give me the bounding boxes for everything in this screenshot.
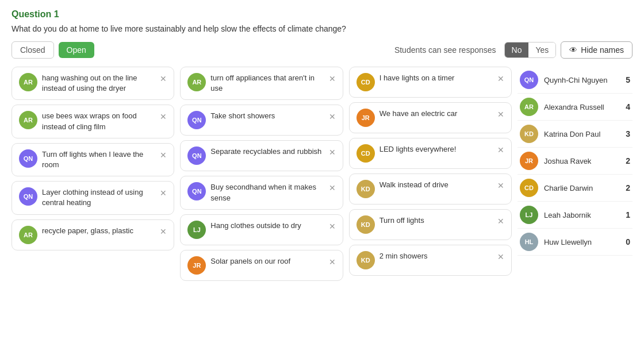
card-text: 2 min showers — [379, 251, 490, 261]
avatar: CD — [520, 179, 538, 197]
remove-icon[interactable]: ✕ — [160, 227, 167, 236]
card-text: Separate recyclables and rubbish — [210, 146, 321, 157]
response-card: LJ Hang clothes outside to dry ✕ — [180, 214, 343, 245]
card-text: I have lights on a timer — [379, 73, 490, 83]
remove-icon[interactable]: ✕ — [160, 151, 167, 160]
visibility-toggle[interactable]: No Yes — [504, 42, 557, 58]
response-card: KD Walk instead of drive ✕ — [349, 173, 512, 205]
open-button[interactable]: Open — [59, 42, 94, 58]
response-card: CD LED lights everywhere! ✕ — [349, 138, 512, 169]
response-card: KD Turn off lights ✕ — [349, 209, 512, 240]
card-text: turn off appliances that aren't in use — [210, 73, 321, 94]
leader-score: 3 — [626, 129, 630, 138]
card-text: Hang clothes outside to dry — [210, 221, 321, 231]
leader-score: 4 — [626, 102, 630, 111]
avatar: KD — [356, 180, 375, 198]
avatar: CD — [356, 144, 375, 163]
avatar: KD — [356, 215, 375, 234]
remove-icon[interactable]: ✕ — [160, 188, 167, 198]
card-text: Buy secondhand when it makes sense — [210, 182, 321, 203]
remove-icon[interactable]: ✕ — [497, 145, 504, 155]
response-card: QN Turn off lights when I leave the room… — [12, 143, 174, 176]
response-card: QN Take short showers ✕ — [180, 105, 343, 136]
column-3: CD I have lights on a timer ✕ JR We have… — [349, 67, 512, 281]
avatar: JR — [187, 256, 206, 275]
response-card: QN Buy secondhand when it makes sense ✕ — [180, 176, 343, 209]
card-text: We have an electric car — [379, 109, 490, 119]
remove-icon[interactable]: ✕ — [329, 112, 336, 121]
avatar: KD — [520, 125, 538, 143]
avatar: QN — [187, 146, 206, 165]
remove-icon[interactable]: ✕ — [497, 110, 504, 119]
card-text: use bees wax wraps on food instead of cl… — [42, 111, 153, 132]
response-card: CD I have lights on a timer ✕ — [349, 67, 512, 98]
leaderboard-row: QN Quynh-Chi Nguyen 5 — [518, 67, 632, 94]
avatar: AR — [520, 98, 538, 116]
leader-name: Charlie Darwin — [544, 184, 620, 192]
card-text: hang washing out on the line instead of … — [42, 73, 153, 94]
avatar: LJ — [520, 206, 538, 224]
avatar: QN — [19, 149, 37, 168]
response-card: QN Layer clothing instead of using centr… — [12, 181, 174, 214]
leader-name: Joshua Ravek — [544, 157, 620, 165]
card-text: Walk instead of drive — [379, 180, 490, 190]
avatar: AR — [19, 73, 37, 91]
card-text: Turn off lights when I leave the room — [42, 149, 153, 170]
remove-icon[interactable]: ✕ — [160, 112, 167, 121]
leader-score: 2 — [626, 156, 630, 165]
avatar: AR — [19, 111, 37, 129]
leaderboard-row: JR Joshua Ravek 2 — [518, 148, 632, 175]
remove-icon[interactable]: ✕ — [329, 257, 336, 267]
eye-slash-icon: 👁 — [569, 45, 577, 55]
closed-button[interactable]: Closed — [12, 41, 54, 59]
response-card: AR use bees wax wraps on food instead of… — [12, 105, 174, 138]
remove-icon[interactable]: ✕ — [329, 74, 336, 83]
leaderboard-row: LJ Leah Jabornik 1 — [518, 202, 632, 229]
avatar: AR — [187, 73, 206, 91]
card-text: Layer clothing instead of using central … — [42, 187, 153, 208]
avatar: QN — [520, 71, 538, 89]
avatar: QN — [19, 187, 37, 206]
column-2: AR turn off appliances that aren't in us… — [180, 67, 343, 281]
remove-icon[interactable]: ✕ — [329, 148, 336, 157]
card-text: recycle paper, glass, plastic — [42, 226, 153, 236]
avatar: QN — [187, 182, 206, 200]
hide-names-button[interactable]: 👁 Hide names — [561, 41, 632, 59]
leader-score: 0 — [626, 237, 630, 246]
leader-name: Huw Llewellyn — [544, 238, 620, 246]
remove-icon[interactable]: ✕ — [497, 74, 504, 83]
remove-icon[interactable]: ✕ — [329, 183, 336, 192]
leader-score: 2 — [626, 183, 630, 192]
response-card: KD 2 min showers ✕ — [349, 245, 512, 276]
leader-name: Katrina Don Paul — [544, 130, 620, 138]
response-card: QN Separate recyclables and rubbish ✕ — [180, 140, 343, 171]
leaderboard-row: CD Charlie Darwin 2 — [518, 175, 632, 202]
avatar: LJ — [187, 221, 206, 239]
toggle-no[interactable]: No — [505, 43, 529, 57]
leaderboard-row: AR Alexandra Russell 4 — [518, 94, 632, 121]
card-text: Solar panels on our roof — [210, 256, 321, 267]
remove-icon[interactable]: ✕ — [329, 222, 336, 231]
card-text: LED lights everywhere! — [379, 144, 490, 155]
question-text: What do you do at home to live more sust… — [12, 24, 632, 33]
leader-name: Quynh-Chi Nguyen — [544, 76, 620, 84]
remove-icon[interactable]: ✕ — [497, 217, 504, 226]
avatar: JR — [520, 152, 538, 170]
remove-icon[interactable]: ✕ — [160, 74, 167, 83]
avatar: HL — [520, 233, 538, 251]
leaderboard-row: KD Katrina Don Paul 3 — [518, 121, 632, 148]
response-card: AR hang washing out on the line instead … — [12, 67, 174, 100]
column-1: AR hang washing out on the line instead … — [12, 67, 174, 281]
question-title: Question 1 — [12, 9, 632, 20]
avatar: AR — [19, 226, 37, 244]
leader-score: 1 — [626, 210, 630, 219]
response-card: JR We have an electric car ✕ — [349, 102, 512, 133]
response-card: JR Solar panels on our roof ✕ — [180, 250, 343, 281]
remove-icon[interactable]: ✕ — [497, 252, 504, 261]
card-text: Turn off lights — [379, 215, 490, 226]
response-card: AR recycle paper, glass, plastic ✕ — [12, 219, 174, 250]
card-text: Take short showers — [210, 111, 321, 121]
remove-icon[interactable]: ✕ — [497, 181, 504, 190]
toggle-yes[interactable]: Yes — [528, 43, 555, 57]
leaderboard: QN Quynh-Chi Nguyen 5 AR Alexandra Russe… — [518, 67, 632, 281]
